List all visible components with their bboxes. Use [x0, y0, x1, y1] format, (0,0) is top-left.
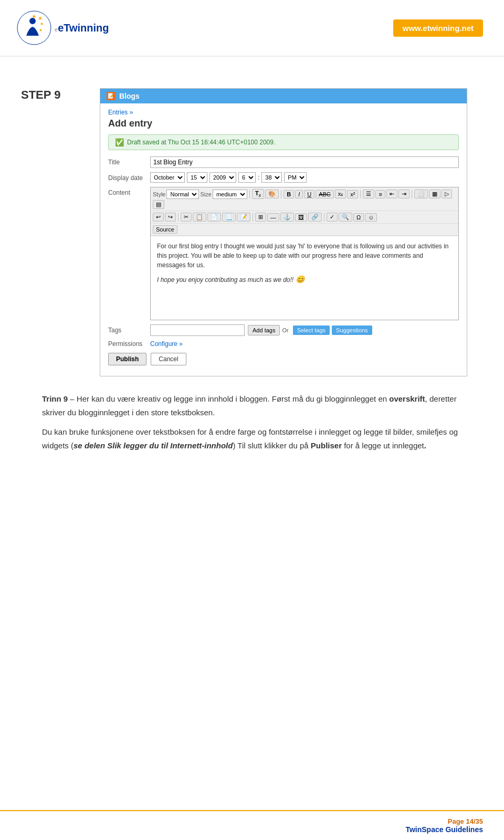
spell-btn[interactable]: ✓ [327, 213, 338, 222]
style-select[interactable]: Normal [166, 190, 199, 199]
align-right-btn[interactable]: ▷ [442, 190, 452, 198]
page-number: Page 14/35 [405, 817, 483, 825]
style-label: Style [153, 191, 165, 197]
display-date-label: Display date [108, 172, 150, 182]
toolbar-row-1: Style Normal Size medium Tx [151, 187, 458, 211]
step-label: STEP 9 [21, 88, 84, 102]
list-ordered-btn[interactable]: ≡ [375, 190, 385, 198]
title-input[interactable] [150, 156, 459, 168]
website-badge: www.etwinning.net [393, 19, 483, 37]
breadcrumb[interactable]: Entries » [108, 109, 459, 116]
tags-input[interactable] [150, 324, 245, 336]
outdent-btn[interactable]: ⇤ [386, 190, 397, 198]
hour-select[interactable]: 6 [238, 172, 256, 183]
min-select[interactable]: 38 [261, 172, 282, 183]
align-center-btn[interactable]: ▦ [429, 190, 440, 198]
etwinning-logo-icon: ★ ★ ★ [16, 9, 52, 46]
subscript-btn[interactable]: x₂ [335, 190, 346, 198]
image-btn[interactable]: 🖼 [295, 213, 307, 222]
undo-btn[interactable]: ↩ [153, 213, 164, 222]
svg-point-2 [29, 18, 36, 24]
publish-button[interactable]: Publish [108, 353, 146, 365]
superscript-btn[interactable]: x² [347, 190, 358, 198]
size-label: Size [200, 191, 211, 197]
char-btn[interactable]: Ω [353, 213, 364, 222]
month-select[interactable]: October [150, 172, 185, 183]
search-replace-btn[interactable]: 🔍 [339, 213, 352, 222]
year-select[interactable]: 2009 [209, 172, 236, 183]
toolbar-sep-4 [412, 190, 412, 198]
suggestions-button[interactable]: Suggestions [332, 326, 372, 335]
paste-btn[interactable]: 📄 [207, 213, 221, 222]
add-tags-button[interactable]: Add tags [248, 325, 280, 335]
paste-text-btn[interactable]: 📃 [222, 213, 236, 222]
redo-btn[interactable]: ↪ [165, 213, 176, 222]
footer-text: Page 14/35 TwinSpace Guidelines [405, 817, 483, 834]
configure-link[interactable]: Configure » [150, 340, 183, 348]
cancel-button[interactable]: Cancel [151, 353, 186, 365]
align-justify-btn[interactable]: ▤ [153, 200, 164, 209]
toolbar-sep-3 [360, 190, 361, 198]
italic-btn[interactable]: I [295, 190, 303, 198]
page-title: Add entry [108, 118, 459, 129]
smiley-btn[interactable]: ☺ [365, 213, 377, 222]
draft-saved-text: Draft saved at Thu Oct 15 16:44:46 UTC+0… [127, 139, 275, 146]
description-paragraph-2: Du kan bruke funksjonene over tekstbokse… [42, 425, 462, 452]
toolbar-sep-2 [281, 190, 281, 198]
toolbar-row-2: ↩ ↪ ✂ 📋 📄 📃 📝 ⊞ [151, 211, 458, 224]
indent-btn[interactable]: ⇥ [398, 190, 410, 198]
draft-check-icon: ✅ [115, 138, 124, 146]
day-select[interactable]: 15 [187, 172, 207, 183]
bold-btn[interactable]: B [284, 190, 294, 198]
step-layout: STEP 9 📝 Blogs Entries » Add entry [21, 88, 483, 376]
link-btn[interactable]: 🔗 [308, 213, 322, 222]
anchor-btn[interactable]: ⚓ [280, 213, 294, 222]
page-footer: Page 14/35 TwinSpace Guidelines [0, 810, 504, 840]
format-btn-T[interactable]: Tx [252, 189, 264, 199]
hr-btn[interactable]: — [267, 213, 279, 222]
title-field[interactable] [150, 156, 459, 168]
copy-btn[interactable]: 📋 [193, 213, 206, 222]
svg-text:★: ★ [40, 22, 44, 26]
paste-word-btn[interactable]: 📝 [237, 213, 250, 222]
smiley-icon: 😊 [296, 275, 304, 284]
action-buttons: Publish Cancel [108, 353, 459, 371]
or-text: Or [282, 327, 288, 333]
logo-text: eTwinning [58, 22, 109, 34]
time-colon: : [258, 174, 259, 181]
ampm-select[interactable]: PM [284, 172, 307, 183]
description-area: Trinn 9 – Her kan du være kreativ og leg… [21, 376, 483, 474]
blogs-title: Blogs [119, 92, 140, 100]
tags-label: Tags [108, 327, 150, 334]
toolbar-sep-5 [178, 213, 178, 222]
select-tags-button[interactable]: Select tags [293, 326, 330, 335]
svg-marker-1 [32, 15, 36, 18]
editor-content[interactable]: For our first blog entry I thought we wo… [151, 236, 458, 320]
blogs-icon: 📝 [107, 92, 115, 100]
entries-link[interactable]: Entries » [108, 109, 133, 116]
editor-paragraph-1: For our first blog entry I thought we wo… [157, 242, 452, 270]
content-label: Content [108, 187, 150, 196]
list-unordered-btn[interactable]: ☰ [363, 190, 374, 198]
editor-wrapper: Style Normal Size medium Tx [150, 187, 459, 320]
content-row: Content Style Normal Size [108, 187, 459, 320]
source-btn[interactable]: Source [153, 225, 177, 234]
step-label-col: STEP 9 [21, 88, 84, 376]
permissions-label: Permissions [108, 340, 150, 348]
underline-btn[interactable]: U [304, 190, 314, 198]
overskrift-word: overskrift [389, 394, 425, 403]
toolbar-sep-6 [253, 213, 253, 222]
title-row: Title [108, 156, 459, 168]
strikethrough-btn[interactable]: ABC [316, 190, 334, 198]
cut-btn[interactable]: ✂ [181, 213, 192, 222]
color-btn[interactable]: 🎨 [265, 190, 279, 198]
align-left-btn[interactable]: ⬜ [414, 190, 428, 198]
footer-brand: TwinSpace Guidelines [405, 825, 483, 834]
table-btn[interactable]: ⊞ [255, 213, 266, 222]
draft-bar: ✅ Draft saved at Thu Oct 15 16:44:46 UTC… [108, 134, 459, 150]
display-date-row: Display date October 15 2009 [108, 172, 459, 183]
publiser-word: Publiser [311, 441, 342, 450]
source-row: Source [151, 224, 458, 236]
size-select[interactable]: medium [213, 190, 247, 199]
description-paragraph-1: Trinn 9 – Her kan du være kreativ og leg… [42, 392, 462, 419]
